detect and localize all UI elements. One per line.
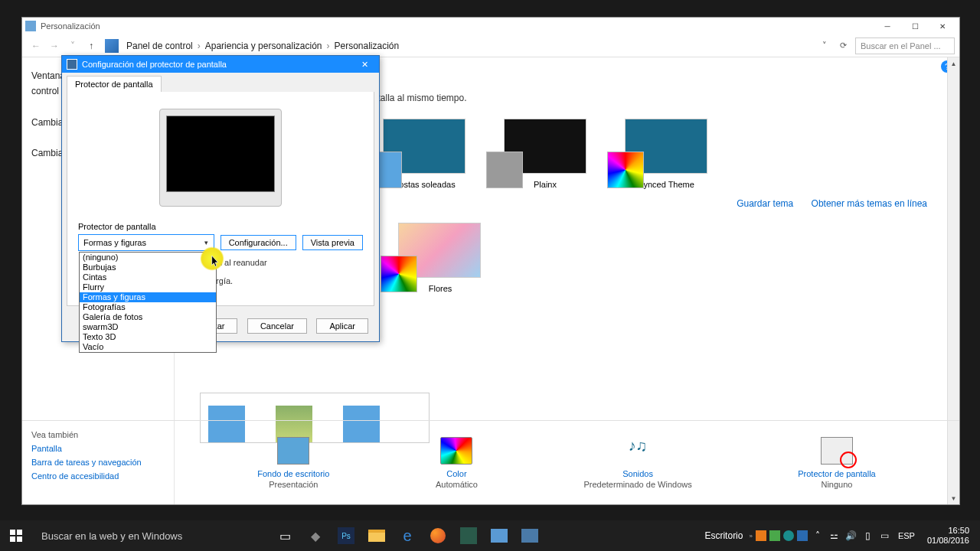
- window-titlebar[interactable]: Personalización ─ ☐ ✕: [22, 18, 959, 34]
- wallpaper-icon: [277, 437, 309, 465]
- breadcrumb[interactable]: Panel de control› Apariencia y personali…: [123, 41, 817, 51]
- screensaver-dialog: Configuración del protector de pantalla …: [61, 55, 380, 342]
- dropdown-option[interactable]: Cintas: [80, 272, 216, 282]
- preview-button[interactable]: Vista previa: [302, 235, 363, 250]
- app-icon[interactable]: [484, 520, 514, 551]
- screensaver-combo[interactable]: Formas y figuras ▾ (ninguno)BurbujasCint…: [78, 234, 214, 251]
- dialog-titlebar[interactable]: Configuración del protector de pantalla …: [62, 56, 379, 73]
- edge-icon[interactable]: e: [392, 520, 423, 551]
- app-icon[interactable]: ◆: [300, 520, 331, 551]
- window-icon: [25, 21, 36, 31]
- taskbar-search[interactable]: Buscar en la web y en Windows: [32, 520, 270, 551]
- chevron-down-icon[interactable]: ▾: [200, 235, 214, 250]
- dropdown-option[interactable]: Fotografías: [80, 302, 216, 312]
- theme-thumb: [504, 119, 586, 174]
- theme-overlay-icon: [381, 256, 417, 292]
- crumb-2[interactable]: Personalización: [332, 41, 403, 51]
- close-button[interactable]: ✕: [929, 18, 956, 34]
- address-dropdown[interactable]: ˅: [817, 38, 832, 54]
- dropdown-option[interactable]: Texto 3D: [80, 332, 216, 342]
- scroll-up[interactable]: ▲: [948, 57, 959, 70]
- tray-icon[interactable]: [797, 530, 808, 541]
- taskbar: Buscar en la web y en Windows ▭ ◆ Ps e E…: [0, 520, 980, 551]
- theme-item[interactable]: Flores: [398, 223, 482, 293]
- link-taskbar[interactable]: Barra de tareas y navegación: [31, 458, 165, 467]
- save-theme-link[interactable]: Guardar tema: [737, 198, 793, 209]
- explorer-icon[interactable]: [361, 520, 392, 551]
- dialog-title-text: Configuración del protector de pantalla: [82, 60, 227, 69]
- group-label: Protector de pantalla: [78, 222, 363, 231]
- start-button[interactable]: [0, 520, 32, 551]
- tray-icon[interactable]: [783, 530, 794, 541]
- tray-icon[interactable]: [769, 530, 780, 541]
- dialog-tab[interactable]: Protector de pantalla: [67, 76, 162, 92]
- chevron-icon[interactable]: »: [749, 533, 752, 540]
- screensaver-dropdown-list[interactable]: (ninguno)BurbujasCintasFlurryFormas y fi…: [79, 252, 217, 353]
- dropdown-option[interactable]: Galería de fotos: [80, 312, 216, 322]
- minimize-button[interactable]: ─: [874, 18, 901, 34]
- volume-icon[interactable]: 🔊: [844, 529, 858, 543]
- dropdown-option[interactable]: Vacío: [80, 342, 216, 352]
- up-button[interactable]: ↑: [83, 38, 99, 54]
- battery-icon[interactable]: ▯: [861, 529, 875, 543]
- apply-button[interactable]: Aplicar: [316, 318, 368, 334]
- refresh-button[interactable]: ⟳: [835, 38, 851, 54]
- crumb-0[interactable]: Panel de control: [123, 41, 196, 51]
- clock-date: 01/08/2016: [927, 536, 969, 546]
- forward-button[interactable]: →: [47, 38, 62, 54]
- theme-thumb: [398, 223, 481, 278]
- search-input[interactable]: Buscar en el Panel ...: [855, 37, 955, 54]
- address-toolbar: ← → ˅ ↑ Panel de control› Apariencia y p…: [22, 34, 959, 57]
- crumb-1[interactable]: Apariencia y personalización: [202, 41, 325, 51]
- config-button[interactable]: Configuración...: [220, 235, 296, 250]
- preview-monitor: [159, 109, 282, 207]
- quick-wallpaper[interactable]: Fondo de escritorio Presentación: [257, 437, 329, 489]
- maximize-button[interactable]: ☐: [901, 18, 929, 34]
- quick-sounds[interactable]: Sonidos Predeterminado de Windows: [583, 437, 691, 489]
- svg-rect-0: [10, 530, 15, 535]
- back-button[interactable]: ←: [28, 38, 44, 54]
- photoshop-icon[interactable]: Ps: [331, 520, 361, 551]
- quick-screensaver[interactable]: Protector de pantalla Ninguno: [798, 437, 876, 489]
- action-center-icon[interactable]: ▭: [878, 529, 892, 543]
- theme-overlay-icon: [486, 152, 523, 188]
- sound-icon: [622, 437, 654, 465]
- more-themes-link[interactable]: Obtener más temas en línea: [812, 198, 927, 209]
- task-view-button[interactable]: ▭: [270, 520, 300, 551]
- app-icon[interactable]: [514, 520, 545, 551]
- link-pantalla[interactable]: Pantalla: [31, 444, 165, 453]
- show-desktop-label[interactable]: Escritorio: [704, 530, 743, 541]
- see-also-heading: Vea también: [31, 430, 165, 439]
- svg-rect-1: [17, 530, 22, 535]
- dropdown-option[interactable]: Formas y figuras: [80, 292, 216, 302]
- dialog-close-button[interactable]: ✕: [354, 60, 374, 70]
- link-accessibility[interactable]: Centro de accesibilidad: [31, 471, 165, 481]
- app-icon[interactable]: [453, 520, 484, 551]
- theme-item[interactable]: Synced Theme: [625, 119, 707, 189]
- window-title: Personalización: [41, 21, 100, 31]
- theme-thumb: [625, 119, 707, 174]
- cancel-button[interactable]: Cancelar: [247, 318, 307, 334]
- color-icon: [440, 437, 472, 465]
- tray-up-icon[interactable]: ˄: [811, 529, 825, 543]
- lang-indicator[interactable]: ESP: [898, 531, 915, 540]
- dialog-icon: [67, 59, 77, 70]
- dropdown-option[interactable]: swarm3D: [80, 322, 216, 332]
- svg-rect-3: [17, 536, 22, 542]
- clock[interactable]: 16:50 01/08/2016: [921, 526, 975, 546]
- location-icon: [105, 39, 119, 53]
- combo-value: Formas y figuras: [83, 238, 146, 247]
- theme-item[interactable]: Costas soleadas: [383, 119, 466, 189]
- firefox-icon[interactable]: [423, 520, 453, 551]
- tray-icon[interactable]: [756, 530, 766, 541]
- recent-dropdown[interactable]: ˅: [65, 38, 80, 54]
- theme-item[interactable]: Plainx: [504, 119, 586, 189]
- quick-color[interactable]: Color Automático: [436, 437, 478, 489]
- dropdown-option[interactable]: Burbujas: [80, 262, 216, 272]
- svg-rect-2: [10, 536, 15, 542]
- clock-time: 16:50: [927, 526, 969, 536]
- wifi-icon[interactable]: ⚍: [828, 529, 841, 543]
- dropdown-option[interactable]: (ninguno): [80, 253, 216, 262]
- theme-thumb: [383, 119, 466, 174]
- dropdown-option[interactable]: Flurry: [80, 282, 216, 292]
